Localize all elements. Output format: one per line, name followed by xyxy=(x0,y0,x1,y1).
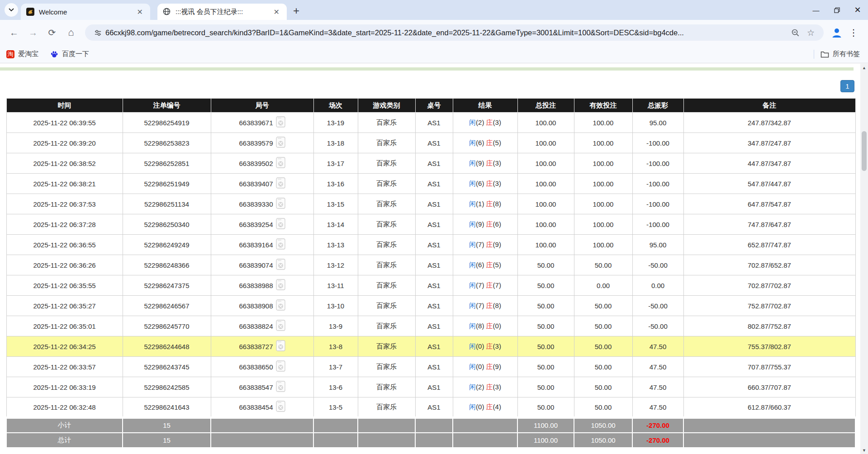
table-row: 2025-11-22 06:32:48522986241643663838454… xyxy=(6,397,855,418)
round-number: 663838727 xyxy=(239,343,273,350)
url-text[interactable]: 66cxkj98.com/game/betrecord_search/kind3… xyxy=(105,28,787,37)
result-player-label: 闲 xyxy=(469,200,476,208)
round-number: 663838454 xyxy=(239,403,273,411)
tab-title: Welcome xyxy=(39,8,134,16)
scrollbar-thumb[interactable] xyxy=(862,131,867,171)
cell-remark: 702.87/652.87 xyxy=(683,255,855,275)
close-icon[interactable]: ✕ xyxy=(134,7,146,17)
menu-icon[interactable]: ⋮ xyxy=(849,27,858,38)
result-player-score: (9) xyxy=(476,159,484,167)
cell-table-no: AS1 xyxy=(415,316,453,336)
video-replay-icon[interactable] xyxy=(276,360,285,373)
result-banker-score: (8) xyxy=(493,302,501,309)
restore-button[interactable] xyxy=(826,0,847,20)
cell-total-bet: 100.00 xyxy=(517,174,574,194)
pagination-page-1[interactable]: 1 xyxy=(840,80,854,92)
table-row: 2025-11-22 06:38:52522986252851663839502… xyxy=(6,153,855,174)
new-tab-button[interactable]: + xyxy=(293,6,299,15)
result-banker-score: (7) xyxy=(493,281,501,289)
video-replay-icon[interactable] xyxy=(276,259,285,271)
video-replay-icon[interactable] xyxy=(276,381,285,393)
back-icon[interactable]: ← xyxy=(6,25,22,40)
video-replay-icon[interactable] xyxy=(276,340,285,353)
reload-icon[interactable]: ⟳ xyxy=(44,25,60,40)
cell-bet-id: 522986241643 xyxy=(123,397,211,418)
close-icon[interactable]: ✕ xyxy=(271,7,282,17)
cell-bet-id: 522986247375 xyxy=(123,275,211,296)
cell-session: 13-5 xyxy=(313,397,358,418)
result-player-label: 闲 xyxy=(469,241,476,248)
cell-valid-bet: 100.00 xyxy=(574,214,632,235)
cell-remark: 747.87/647.87 xyxy=(683,214,855,235)
cell-game-type: 百家乐 xyxy=(358,113,415,133)
cell-game-type: 百家乐 xyxy=(358,153,415,174)
bookmark-star-icon[interactable]: ☆ xyxy=(807,28,815,38)
table-row: 2025-11-22 06:36:26522986248366663839074… xyxy=(6,255,855,275)
cell-round: 663839407 xyxy=(211,174,313,194)
tab-bet-record[interactable]: :::视讯 会员下注纪录::: ✕ xyxy=(157,4,287,20)
scroll-up-icon[interactable]: ▲ xyxy=(860,64,868,71)
video-replay-icon[interactable] xyxy=(276,320,285,332)
close-window-button[interactable]: ✕ xyxy=(847,0,868,20)
result-player-score: (7) xyxy=(476,281,484,289)
cell-table-no: AS1 xyxy=(415,397,453,418)
bookmark-aitaobao[interactable]: 淘 爱淘宝 xyxy=(6,50,38,58)
video-replay-icon[interactable] xyxy=(276,218,285,231)
home-icon[interactable]: ⌂ xyxy=(63,25,79,40)
table-row: 2025-11-22 06:36:55522986249249663839164… xyxy=(6,235,855,255)
round-number: 663839579 xyxy=(239,139,273,147)
video-replay-icon[interactable] xyxy=(276,198,285,210)
cell-remark: 247.87/342.87 xyxy=(683,113,855,133)
cell-round: 663839330 xyxy=(211,194,313,214)
vertical-scrollbar[interactable]: ▲ ▼ xyxy=(860,64,868,454)
tab-welcome[interactable]: Welcome ✕ xyxy=(21,4,150,20)
cell-bet-id: 522986252851 xyxy=(123,153,211,174)
video-replay-icon[interactable] xyxy=(276,279,285,292)
summary-payout: -270.00 xyxy=(632,418,683,433)
result-player-label: 闲 xyxy=(469,403,476,411)
result-banker-score: (3) xyxy=(493,383,501,391)
cell-game-type: 百家乐 xyxy=(358,235,415,255)
cell-session: 13-15 xyxy=(313,194,358,214)
cell-total-bet: 50.00 xyxy=(517,397,574,418)
cell-payout: 0.00 xyxy=(632,275,683,296)
forward-icon[interactable]: → xyxy=(25,25,41,40)
result-banker-label: 庄 xyxy=(486,118,493,126)
site-settings-icon[interactable] xyxy=(94,29,102,37)
table-header-row: 时间注单编号局号场次游戏类别桌号结果总投注有效投注总派彩备注 xyxy=(6,99,855,113)
cell-game-type: 百家乐 xyxy=(358,275,415,296)
all-bookmarks-button[interactable]: 所有书签 xyxy=(821,50,860,58)
table-row: 2025-11-22 06:38:21522986251949663839407… xyxy=(6,174,855,194)
window-controls: — ✕ xyxy=(806,0,868,20)
scroll-down-icon[interactable]: ▼ xyxy=(860,446,868,454)
minimize-button[interactable]: — xyxy=(806,0,826,20)
table-row: 2025-11-22 06:37:28522986250340663839254… xyxy=(6,214,855,235)
video-replay-icon[interactable] xyxy=(276,299,285,312)
bookmark-baidu[interactable]: 百度一下 xyxy=(50,50,89,58)
result-player-label: 闲 xyxy=(469,281,476,289)
tab-search-button[interactable] xyxy=(5,3,18,17)
result-player-score: (8) xyxy=(476,322,484,330)
zoom-out-icon[interactable] xyxy=(791,28,800,37)
video-replay-icon[interactable] xyxy=(276,116,285,129)
cell-time: 2025-11-22 06:37:53 xyxy=(6,194,123,214)
page-header-strip xyxy=(0,67,854,71)
url-bar[interactable]: 66cxkj98.com/game/betrecord_search/kind3… xyxy=(85,24,824,41)
cell-payout: -100.00 xyxy=(632,133,683,153)
cell-round: 663838650 xyxy=(211,357,313,377)
video-replay-icon[interactable] xyxy=(276,157,285,170)
cell-payout: 47.50 xyxy=(632,336,683,357)
result-banker-score: (9) xyxy=(493,241,501,248)
cell-table-no: AS1 xyxy=(415,336,453,357)
cell-remark: 547.87/447.87 xyxy=(683,174,855,194)
cell-session: 13-9 xyxy=(313,316,358,336)
video-replay-icon[interactable] xyxy=(276,137,285,149)
video-replay-icon[interactable] xyxy=(276,238,285,251)
cell-round: 663838908 xyxy=(211,296,313,316)
profile-avatar[interactable] xyxy=(831,27,843,38)
summary-valid-bet: 1050.00 xyxy=(574,418,632,433)
video-replay-icon[interactable] xyxy=(276,177,285,190)
video-replay-icon[interactable] xyxy=(276,401,285,413)
cell-table-no: AS1 xyxy=(415,214,453,235)
result-banker-label: 庄 xyxy=(486,403,493,411)
